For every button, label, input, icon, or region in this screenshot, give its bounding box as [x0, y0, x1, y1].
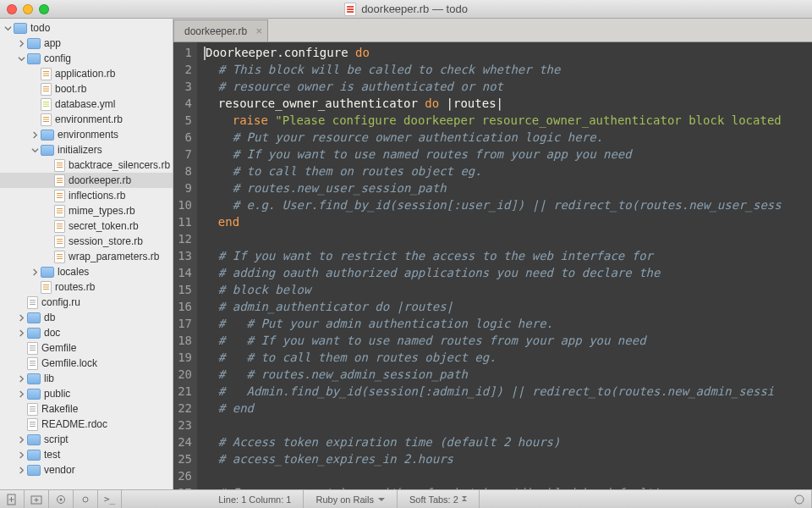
file-icon — [54, 190, 65, 202]
close-tab-icon[interactable]: × — [255, 25, 262, 37]
file-inflections-rb[interactable]: inflections.rb — [0, 188, 173, 203]
expand-arrow-icon[interactable] — [30, 268, 39, 276]
tree-item-label: application.rb — [55, 68, 115, 80]
expand-arrow-icon[interactable] — [3, 24, 12, 32]
folder-todo[interactable]: todo — [0, 20, 173, 36]
expand-arrow-icon[interactable] — [17, 39, 25, 47]
soft-tabs-selector[interactable]: Soft Tabs: 2 — [398, 490, 480, 509]
settings-button[interactable] — [49, 490, 74, 509]
folder-script[interactable]: script — [0, 432, 173, 447]
folder-icon — [27, 450, 41, 461]
folder-locales[interactable]: locales — [0, 264, 173, 279]
expand-arrow-icon[interactable] — [17, 54, 25, 63]
window-title: doorkeeper.rb — todo — [344, 3, 468, 16]
folder-doc[interactable]: doc — [0, 325, 173, 340]
folder-icon — [14, 23, 27, 34]
tree-item-label: app — [44, 37, 61, 49]
tree-item-label: doorkeeper.rb — [69, 174, 131, 186]
folder-vendor[interactable]: vendor — [0, 462, 173, 478]
folder-public[interactable]: public — [0, 386, 173, 401]
syntax-selector[interactable]: Ruby on Rails — [304, 490, 397, 509]
folder-icon — [27, 312, 41, 323]
expand-arrow-icon[interactable] — [17, 435, 25, 444]
traffic-lights[interactable] — [7, 4, 49, 14]
tree-item-label: initializers — [58, 144, 102, 156]
folder-icon — [27, 328, 41, 339]
file-icon — [27, 357, 38, 370]
folder-icon — [27, 465, 41, 476]
file-boot-rb[interactable]: boot.rb — [0, 81, 173, 97]
file-icon — [27, 418, 38, 431]
tree-item-label: lib — [44, 373, 54, 384]
window-titlebar: doorkeeper.rb — todo — [0, 0, 812, 19]
tree-item-label: locales — [58, 266, 89, 278]
tree-item-label: Rakefile — [41, 403, 78, 415]
new-file-button[interactable] — [0, 490, 25, 509]
folder-environments[interactable]: environments — [0, 127, 173, 142]
tree-item-label: secret_token.rb — [69, 220, 139, 232]
file-icon — [27, 403, 38, 416]
folder-initializers[interactable]: initializers — [0, 142, 173, 157]
file-session_store-rb[interactable]: session_store.rb — [0, 234, 173, 249]
tree-item-label: vendor — [44, 464, 75, 476]
file-icon — [54, 174, 65, 187]
file-icon — [41, 113, 52, 126]
new-folder-button[interactable] — [25, 490, 49, 509]
folder-icon — [27, 38, 41, 49]
file-environment-rb[interactable]: environment.rb — [0, 112, 173, 127]
terminal-button[interactable]: >_ — [98, 490, 122, 509]
folder-icon — [27, 373, 41, 384]
expand-arrow-icon[interactable] — [30, 146, 39, 154]
file-database-yml[interactable]: database.yml — [0, 97, 173, 112]
expand-arrow-icon[interactable] — [17, 313, 25, 322]
expand-arrow-icon[interactable] — [30, 130, 39, 139]
file-Rakefile[interactable]: Rakefile — [0, 401, 173, 417]
file-icon — [41, 83, 52, 96]
svg-point-8 — [83, 497, 88, 502]
file-README-rdoc[interactable]: README.rdoc — [0, 417, 173, 432]
zoom-window-icon[interactable] — [39, 4, 49, 14]
folder-lib[interactable]: lib — [0, 371, 173, 386]
file-secret_token-rb[interactable]: secret_token.rb — [0, 218, 173, 234]
file-Gemfile[interactable]: Gemfile — [0, 340, 173, 356]
file-config-ru[interactable]: config.ru — [0, 295, 173, 310]
tree-item-label: public — [44, 388, 70, 400]
tab-bar[interactable]: × doorkeeper.rb — [173, 19, 812, 42]
file-wrap_parameters-rb[interactable]: wrap_parameters.rb — [0, 249, 173, 264]
folder-icon — [27, 53, 41, 64]
expand-arrow-icon[interactable] — [17, 466, 25, 474]
folder-db[interactable]: db — [0, 310, 173, 325]
folder-config[interactable]: config — [0, 51, 173, 66]
tree-item-label: doc — [44, 327, 60, 339]
tree-item-label: environments — [58, 129, 118, 141]
file-icon — [27, 342, 38, 355]
file-mime_types-rb[interactable]: mime_types.rb — [0, 203, 173, 218]
close-window-icon[interactable] — [7, 4, 17, 14]
file-doorkeeper-rb[interactable]: doorkeeper.rb — [0, 173, 173, 188]
folder-app[interactable]: app — [0, 36, 173, 51]
tree-item-label: database.yml — [55, 98, 115, 110]
expand-arrow-icon[interactable] — [17, 450, 25, 459]
file-tree-sidebar[interactable]: todoappconfigapplication.rbboot.rbdataba… — [0, 19, 173, 489]
expand-arrow-icon[interactable] — [17, 374, 25, 383]
code-content[interactable]: Doorkeeper.configure do # This block wil… — [197, 42, 812, 489]
folder-icon — [41, 130, 54, 141]
notifications-button[interactable] — [787, 490, 812, 509]
tab-doorkeeper[interactable]: × doorkeeper.rb — [173, 19, 268, 41]
tree-item-label: README.rdoc — [41, 418, 107, 430]
minimize-window-icon[interactable] — [23, 4, 33, 14]
file-routes-rb[interactable]: routes.rb — [0, 279, 173, 295]
file-icon — [27, 296, 38, 309]
expand-arrow-icon[interactable] — [17, 389, 25, 398]
file-backtrace_silencers-rb[interactable]: backtrace_silencers.rb — [0, 157, 173, 173]
tree-item-label: mime_types.rb — [69, 205, 135, 217]
folder-test[interactable]: test — [0, 447, 173, 462]
expand-arrow-icon[interactable] — [17, 329, 25, 337]
svg-point-9 — [795, 495, 804, 504]
code-editor[interactable]: 1 2 3 4 5 6 7 8 9 10 11 12 13 14 15 16 1… — [173, 42, 812, 489]
target-button[interactable] — [74, 490, 98, 509]
file-Gemfile-lock[interactable]: Gemfile.lock — [0, 356, 173, 371]
document-icon — [344, 3, 356, 16]
tree-item-label: test — [44, 449, 60, 461]
file-application-rb[interactable]: application.rb — [0, 66, 173, 81]
